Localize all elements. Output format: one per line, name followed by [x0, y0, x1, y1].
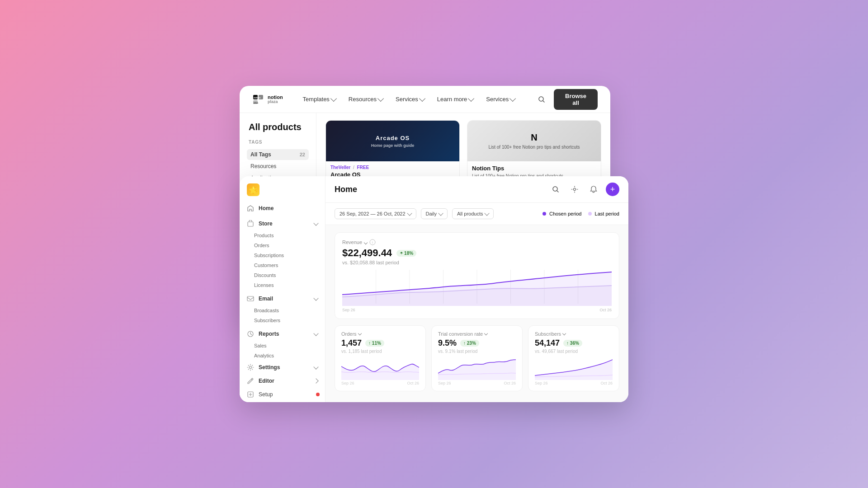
- svg-text:notion: notion: [254, 96, 260, 99]
- chevron-down-icon: [484, 331, 488, 335]
- orders-chart-labels: Sep 26 Oct 26: [341, 381, 419, 385]
- tag-resources[interactable]: Resources: [247, 161, 309, 172]
- nav-right: Browse all: [535, 89, 598, 110]
- revenue-value: $22,499.44 18%: [342, 247, 612, 259]
- chevron-right-icon: [313, 378, 318, 383]
- revenue-section: Revenue i $22,499.44: [335, 232, 619, 319]
- sidebar-item-settings[interactable]: Settings: [240, 361, 325, 374]
- header-add-button[interactable]: +: [606, 183, 619, 196]
- revenue-chart: [342, 270, 612, 306]
- sidebar-item-editor[interactable]: Editor: [240, 374, 325, 388]
- product-meta-arcade: TheVeller / FREE: [330, 165, 455, 170]
- svg-point-14: [574, 188, 576, 191]
- nav-resources[interactable]: Resources: [343, 93, 388, 105]
- chevron-down-icon: [485, 211, 490, 216]
- navbar: notion plaza notion plaza Templates Reso…: [240, 86, 610, 113]
- revenue-change-badge: 18%: [396, 250, 416, 257]
- sidebar-setup-label: Setup: [259, 391, 273, 398]
- sidebar-section-email: Email Broadcasts Subscribers: [240, 292, 325, 325]
- stat-card-subscribers: Subscribers 54,147 ↑ 36% vs. 49,667 last…: [528, 325, 619, 391]
- subscribers-badge: ↑ 36%: [563, 340, 582, 347]
- revenue-label: Revenue i: [342, 239, 612, 245]
- sidebar-item-products[interactable]: Products: [254, 230, 325, 240]
- sidebar-item-discounts[interactable]: Discounts: [254, 270, 325, 280]
- sidebar-editor-label: Editor: [259, 378, 274, 384]
- chevron-down-icon: [562, 331, 566, 335]
- date-range-filter[interactable]: 26 Sep, 2022 — 26 Oct, 2022: [335, 208, 416, 219]
- sidebar-item-licenses[interactable]: Licenses: [254, 280, 325, 290]
- sidebar-item-email[interactable]: Email: [240, 292, 325, 305]
- stat-label-conversion: Trial conversion rate: [438, 331, 516, 337]
- sidebar-item-broadcasts[interactable]: Broadcasts: [254, 305, 325, 315]
- product-label: All products: [457, 211, 483, 216]
- nav-services-1[interactable]: Services: [390, 93, 430, 105]
- svg-line-13: [557, 191, 558, 192]
- stat-value-conversion: 9.5% ↑ 23%: [438, 338, 516, 348]
- svg-point-10: [250, 366, 252, 369]
- sidebar-store-subnav: Products Orders Subscriptions Customers …: [240, 230, 325, 290]
- svg-rect-7: [248, 222, 253, 226]
- product-filter[interactable]: All products: [452, 208, 494, 219]
- dashboard-logo: 🌟: [240, 183, 325, 202]
- chevron-down-icon: [358, 331, 361, 335]
- svg-text:plaza: plaza: [254, 102, 259, 104]
- chosen-period-dot: [542, 212, 546, 216]
- revenue-sub: vs. $20,058.88 last period: [342, 260, 612, 265]
- sidebar-item-analytics[interactable]: Analytics: [254, 351, 325, 361]
- stat-value-orders: 1,457 ↑ 11%: [341, 338, 419, 348]
- up-arrow-icon: [400, 251, 403, 255]
- last-period-dot: [588, 212, 592, 216]
- dashboard-filters: 26 Sep, 2022 — 26 Oct, 2022 Daily All pr…: [326, 203, 628, 225]
- dashboard-header: Home: [326, 176, 628, 203]
- sidebar-item-sales[interactable]: Sales: [254, 341, 325, 351]
- logo[interactable]: notion plaza notion plaza: [252, 94, 283, 105]
- chevron-icon: [468, 95, 474, 102]
- sidebar-item-store[interactable]: Store: [240, 217, 325, 230]
- chevron-icon: [330, 95, 337, 102]
- sidebar-item-reports[interactable]: Reports: [240, 327, 325, 341]
- setup-notification-dot: [316, 393, 320, 396]
- sidebar-item-customers[interactable]: Customers: [254, 260, 325, 270]
- subscribers-chart-labels: Sep 26 Oct 26: [535, 381, 613, 385]
- header-settings-icon[interactable]: [568, 183, 581, 196]
- sidebar-email-label: Email: [259, 296, 273, 302]
- header-bell-icon[interactable]: [587, 183, 600, 196]
- sidebar-reports-label: Reports: [259, 331, 279, 337]
- conversion-mini-chart: [438, 357, 516, 380]
- header-search-icon[interactable]: [549, 183, 562, 196]
- interval-filter[interactable]: Daily: [421, 208, 448, 219]
- chevron-down-icon: [313, 364, 318, 369]
- tag-all-tags[interactable]: All Tags 22: [247, 149, 309, 160]
- svg-text:i: i: [372, 240, 373, 244]
- stat-card-orders: Orders 1,457 ↑ 11% vs. 1,185 last period: [335, 325, 426, 391]
- chevron-down-icon: [407, 211, 412, 216]
- product-image-notion: N List of 100+ free Notion pro tips and …: [467, 121, 601, 161]
- conversion-chart-labels: Sep 26 Oct 26: [438, 381, 516, 385]
- orders-mini-chart: [341, 357, 419, 380]
- stat-value-subscribers: 54,147 ↑ 36%: [535, 338, 613, 348]
- sidebar-item-orders[interactable]: Orders: [254, 240, 325, 250]
- chevron-icon: [377, 95, 384, 102]
- page-title: All products: [247, 122, 309, 132]
- dashboard-sidebar: 🌟 Home Store: [240, 176, 326, 402]
- date-range-label: 26 Sep, 2022 — 26 Oct, 2022: [340, 211, 406, 216]
- sidebar-item-setup[interactable]: Setup: [240, 388, 325, 401]
- nav-templates[interactable]: Templates: [297, 93, 341, 105]
- svg-rect-8: [247, 296, 254, 301]
- dashboard-main: Home: [326, 176, 628, 402]
- browse-all-button[interactable]: Browse all: [554, 89, 598, 110]
- sidebar-reports-subnav: Sales Analytics: [240, 341, 325, 361]
- tags-label: TAGS: [247, 140, 309, 145]
- stat-label-orders: Orders: [341, 331, 419, 337]
- search-icon[interactable]: [535, 92, 548, 107]
- chevron-icon: [419, 95, 425, 102]
- sidebar-item-home[interactable]: Home: [240, 202, 325, 215]
- chevron-down-icon: [313, 296, 318, 300]
- sidebar-item-subscriptions[interactable]: Subscriptions: [254, 250, 325, 260]
- info-icon: i: [369, 239, 376, 245]
- nav-services-2[interactable]: Services: [481, 93, 520, 105]
- sidebar-store-label: Store: [259, 221, 273, 227]
- svg-line-6: [543, 101, 544, 102]
- nav-learn-more[interactable]: Learn more: [432, 93, 479, 105]
- sidebar-item-subscribers[interactable]: Subscribers: [254, 315, 325, 325]
